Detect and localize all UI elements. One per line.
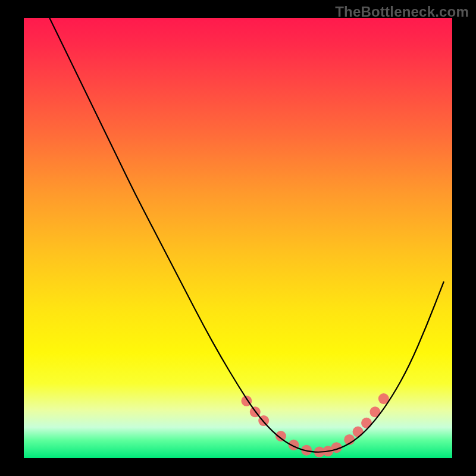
chart-marker (361, 418, 372, 428)
chart-plot-area (24, 18, 452, 458)
chart-marker (378, 393, 389, 404)
chart-marker (258, 415, 269, 426)
chart-marker (344, 434, 355, 445)
chart-marker (322, 446, 333, 456)
chart-marker (353, 427, 364, 437)
chart-marker (250, 406, 261, 417)
chart-marker (331, 442, 342, 453)
chart-marker (369, 406, 380, 417)
chart-curve-path (49, 18, 443, 452)
chart-markers (241, 393, 389, 458)
chart-marker (314, 447, 325, 458)
chart-marker (275, 431, 286, 441)
chart-frame: TheBottleneck.com (0, 0, 476, 476)
watermark-text: TheBottleneck.com (335, 4, 469, 20)
chart-marker (301, 445, 312, 456)
chart-marker (241, 396, 252, 406)
chart-marker (289, 440, 299, 450)
chart-svg (24, 18, 452, 458)
